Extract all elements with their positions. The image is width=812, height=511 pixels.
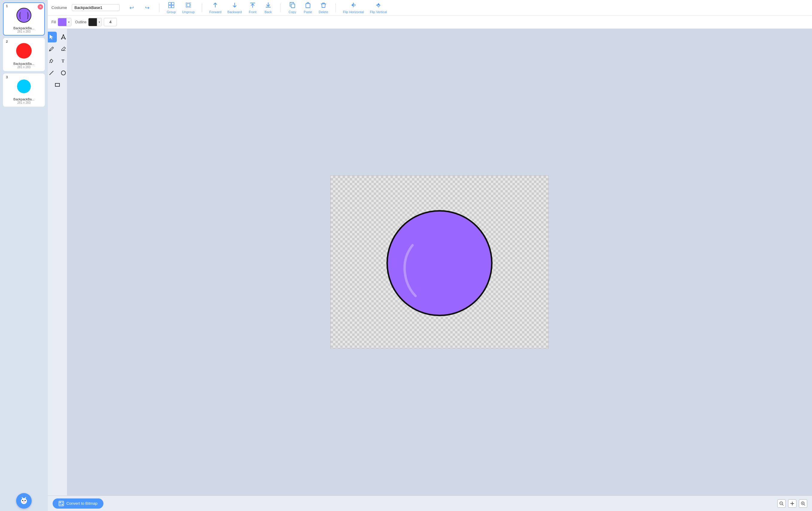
svg-point-1 [21,498,27,504]
costume-thumb-1 [5,5,42,26]
svg-point-0 [17,8,31,22]
costume-size-2: 281 x 283 [5,65,42,69]
svg-line-38 [804,504,805,505]
fill-tool[interactable] [48,56,57,66]
outline-color-swatch [88,18,97,26]
svg-rect-28 [59,504,61,505]
svg-line-32 [782,504,783,505]
flip-v-button[interactable]: Flip Vertical [368,1,389,15]
redo-button[interactable]: ↪ [140,4,154,12]
front-button[interactable]: Front [245,1,260,15]
costume-thumb-2 [5,40,42,61]
redo-icon: ↪ [145,5,149,10]
svg-rect-23 [55,83,59,86]
canvas-viewport[interactable] [67,29,812,495]
outline-label: Outline [75,20,86,24]
outline-group: Outline ▾ [75,18,117,26]
fill-dropdown-arrow[interactable]: ▾ [66,18,71,26]
costume-item-3[interactable]: 3 BackpackBa... 281 x 283 [3,73,45,107]
order-group: Forward Backward Front Back [207,1,276,15]
tool-row-1 [48,32,69,42]
costume-size-3: 281 x 283 [5,101,42,104]
costume-number-1: 1 [6,4,8,8]
back-button[interactable]: Back [261,1,276,15]
fill-group: Fill ▾ [51,18,71,26]
ungroup-icon [185,2,192,9]
costume-size-1: 281 x 283 [5,30,42,33]
line-tool[interactable] [48,67,57,78]
costume-delete-1[interactable]: ✕ [38,4,43,9]
group-button[interactable]: Group [164,1,178,15]
svg-rect-5 [169,2,171,5]
backward-label: Backward [228,10,242,14]
ungroup-button[interactable]: Ungroup [180,1,197,15]
svg-point-15 [61,38,62,39]
backpack-svg [377,194,502,329]
tool-row-3: T [48,56,69,66]
group-ungroup-group: Group Ungroup [164,1,197,15]
svg-point-16 [65,38,66,39]
outline-dropdown-arrow[interactable]: ▾ [97,18,102,26]
paste-icon [304,2,311,9]
reshape-icon [60,34,66,40]
brush-tool[interactable] [48,43,57,54]
fill-color-button[interactable]: ▾ [58,18,71,26]
backpack-drawing[interactable] [377,194,502,330]
undo-redo-group: ↩ ↪ [124,4,154,12]
copy-label: Copy [289,10,296,14]
tool-row-2 [48,43,69,54]
fill-color-swatch [58,18,66,26]
select-tool[interactable] [48,32,57,42]
top-toolbar: Costume ↩ ↪ Group Ungroup [48,0,812,16]
costume-name-2: BackpackBa... [5,62,42,65]
line-icon [49,70,54,76]
tool-row-4 [48,67,69,78]
svg-point-2 [22,500,23,501]
svg-rect-10 [187,4,190,7]
tool-row-5 [52,80,63,90]
paste-button[interactable]: Paste [301,1,315,15]
back-icon [265,2,271,9]
costume-name-3: BackpackBa... [5,97,42,101]
forward-button[interactable]: Forward [207,1,224,15]
outline-color-button[interactable]: ▾ [88,18,102,26]
costume-name-1: BackpackBa... [5,26,42,30]
fill-label: Fill [51,20,56,24]
convert-to-bitmap-button[interactable]: Convert to Bitmap [53,499,104,509]
divider-3 [280,3,281,12]
add-costume-button[interactable] [16,493,32,509]
costume-thumb-3 [5,76,42,97]
svg-point-22 [61,71,65,75]
copy-button[interactable]: Copy [285,1,299,15]
delete-button[interactable]: Delete [316,1,331,15]
costume-name-input[interactable] [72,4,120,11]
ungroup-label: Ungroup [182,10,195,14]
zoom-reset-icon [790,501,795,506]
tools-panel: T [48,29,67,495]
zoom-out-button[interactable] [777,499,786,508]
delete-icon [320,2,327,9]
costumes-panel: 1 ✕ BackpackBa... 281 x 283 2 BackpackBa… [0,0,48,511]
svg-rect-7 [169,5,171,8]
svg-rect-8 [172,5,174,8]
costume-item-2[interactable]: 2 BackpackBa... 281 x 283 [3,38,45,71]
svg-text:T: T [62,59,65,63]
convert-icon [59,501,64,506]
undo-button[interactable]: ↩ [124,4,139,12]
zoom-in-button[interactable] [799,499,807,508]
group-icon [168,2,175,9]
backward-button[interactable]: Backward [225,1,244,15]
outline-size-input[interactable] [104,18,117,26]
canvas-area: T [48,29,812,495]
svg-rect-13 [291,4,295,8]
flip-h-label: Flip Horizontal [343,10,364,14]
costume-item-1[interactable]: 1 ✕ BackpackBa... 281 x 283 [3,2,45,35]
zoom-in-icon [801,501,805,506]
zoom-controls [777,499,807,508]
divider-1 [159,3,160,12]
svg-rect-29 [62,504,63,505]
text-icon: T [60,58,66,64]
flip-h-button[interactable]: Flip Horizontal [341,1,366,15]
rect-tool[interactable] [52,80,63,90]
zoom-reset-button[interactable] [788,499,796,508]
